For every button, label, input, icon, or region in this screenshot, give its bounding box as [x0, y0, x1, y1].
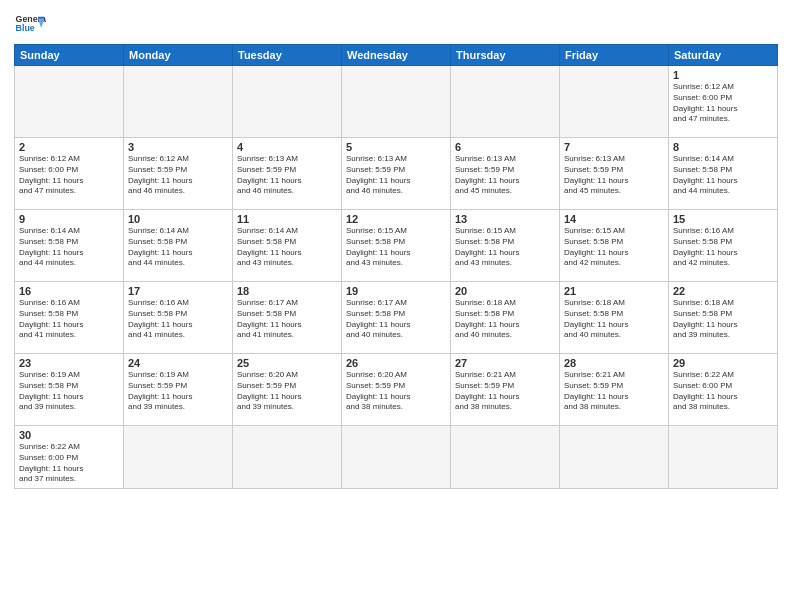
- calendar-day-cell: 10Sunrise: 6:14 AMSunset: 5:58 PMDayligh…: [124, 210, 233, 282]
- day-info: Sunrise: 6:16 AMSunset: 5:58 PMDaylight:…: [19, 298, 119, 341]
- day-info: Sunrise: 6:13 AMSunset: 5:59 PMDaylight:…: [564, 154, 664, 197]
- day-number: 28: [564, 357, 664, 369]
- calendar-day-cell: 20Sunrise: 6:18 AMSunset: 5:58 PMDayligh…: [451, 282, 560, 354]
- col-header-saturday: Saturday: [669, 45, 778, 66]
- day-number: 26: [346, 357, 446, 369]
- day-number: 25: [237, 357, 337, 369]
- calendar-day-cell: [669, 426, 778, 489]
- day-number: 11: [237, 213, 337, 225]
- day-number: 1: [673, 69, 773, 81]
- calendar-day-cell: 15Sunrise: 6:16 AMSunset: 5:58 PMDayligh…: [669, 210, 778, 282]
- day-info: Sunrise: 6:22 AMSunset: 6:00 PMDaylight:…: [19, 442, 119, 485]
- day-info: Sunrise: 6:20 AMSunset: 5:59 PMDaylight:…: [346, 370, 446, 413]
- calendar-day-cell: 12Sunrise: 6:15 AMSunset: 5:58 PMDayligh…: [342, 210, 451, 282]
- day-info: Sunrise: 6:15 AMSunset: 5:58 PMDaylight:…: [346, 226, 446, 269]
- calendar-day-cell: 27Sunrise: 6:21 AMSunset: 5:59 PMDayligh…: [451, 354, 560, 426]
- calendar-day-cell: [560, 426, 669, 489]
- day-info: Sunrise: 6:18 AMSunset: 5:58 PMDaylight:…: [564, 298, 664, 341]
- header: General Blue: [14, 10, 778, 38]
- calendar-day-cell: 19Sunrise: 6:17 AMSunset: 5:58 PMDayligh…: [342, 282, 451, 354]
- day-info: Sunrise: 6:13 AMSunset: 5:59 PMDaylight:…: [237, 154, 337, 197]
- calendar-day-cell: 13Sunrise: 6:15 AMSunset: 5:58 PMDayligh…: [451, 210, 560, 282]
- day-info: Sunrise: 6:13 AMSunset: 5:59 PMDaylight:…: [346, 154, 446, 197]
- day-info: Sunrise: 6:20 AMSunset: 5:59 PMDaylight:…: [237, 370, 337, 413]
- day-number: 23: [19, 357, 119, 369]
- calendar-day-cell: 2Sunrise: 6:12 AMSunset: 6:00 PMDaylight…: [15, 138, 124, 210]
- day-info: Sunrise: 6:21 AMSunset: 5:59 PMDaylight:…: [455, 370, 555, 413]
- day-info: Sunrise: 6:18 AMSunset: 5:58 PMDaylight:…: [673, 298, 773, 341]
- calendar-day-cell: [15, 66, 124, 138]
- day-number: 21: [564, 285, 664, 297]
- calendar-day-cell: 14Sunrise: 6:15 AMSunset: 5:58 PMDayligh…: [560, 210, 669, 282]
- day-info: Sunrise: 6:21 AMSunset: 5:59 PMDaylight:…: [564, 370, 664, 413]
- calendar-day-cell: 6Sunrise: 6:13 AMSunset: 5:59 PMDaylight…: [451, 138, 560, 210]
- calendar-day-cell: [124, 426, 233, 489]
- day-number: 16: [19, 285, 119, 297]
- calendar-day-cell: [451, 66, 560, 138]
- day-info: Sunrise: 6:19 AMSunset: 5:59 PMDaylight:…: [128, 370, 228, 413]
- col-header-wednesday: Wednesday: [342, 45, 451, 66]
- day-info: Sunrise: 6:12 AMSunset: 5:59 PMDaylight:…: [128, 154, 228, 197]
- day-info: Sunrise: 6:17 AMSunset: 5:58 PMDaylight:…: [346, 298, 446, 341]
- calendar-day-cell: 30Sunrise: 6:22 AMSunset: 6:00 PMDayligh…: [15, 426, 124, 489]
- day-number: 4: [237, 141, 337, 153]
- calendar-day-cell: 3Sunrise: 6:12 AMSunset: 5:59 PMDaylight…: [124, 138, 233, 210]
- day-number: 27: [455, 357, 555, 369]
- calendar-day-cell: 25Sunrise: 6:20 AMSunset: 5:59 PMDayligh…: [233, 354, 342, 426]
- calendar-week-row: 16Sunrise: 6:16 AMSunset: 5:58 PMDayligh…: [15, 282, 778, 354]
- day-info: Sunrise: 6:14 AMSunset: 5:58 PMDaylight:…: [19, 226, 119, 269]
- calendar-header-row: SundayMondayTuesdayWednesdayThursdayFrid…: [15, 45, 778, 66]
- col-header-friday: Friday: [560, 45, 669, 66]
- calendar-day-cell: [233, 66, 342, 138]
- day-number: 3: [128, 141, 228, 153]
- day-info: Sunrise: 6:14 AMSunset: 5:58 PMDaylight:…: [128, 226, 228, 269]
- day-info: Sunrise: 6:16 AMSunset: 5:58 PMDaylight:…: [673, 226, 773, 269]
- day-info: Sunrise: 6:15 AMSunset: 5:58 PMDaylight:…: [455, 226, 555, 269]
- day-number: 6: [455, 141, 555, 153]
- day-info: Sunrise: 6:12 AMSunset: 6:00 PMDaylight:…: [19, 154, 119, 197]
- calendar-table: SundayMondayTuesdayWednesdayThursdayFrid…: [14, 44, 778, 489]
- calendar-week-row: 23Sunrise: 6:19 AMSunset: 5:58 PMDayligh…: [15, 354, 778, 426]
- svg-text:Blue: Blue: [16, 23, 35, 33]
- logo: General Blue: [14, 10, 46, 38]
- calendar-day-cell: 11Sunrise: 6:14 AMSunset: 5:58 PMDayligh…: [233, 210, 342, 282]
- calendar-day-cell: 16Sunrise: 6:16 AMSunset: 5:58 PMDayligh…: [15, 282, 124, 354]
- day-number: 13: [455, 213, 555, 225]
- logo-icon: General Blue: [14, 10, 46, 38]
- day-number: 2: [19, 141, 119, 153]
- day-number: 20: [455, 285, 555, 297]
- calendar-day-cell: [342, 66, 451, 138]
- calendar-day-cell: 17Sunrise: 6:16 AMSunset: 5:58 PMDayligh…: [124, 282, 233, 354]
- calendar-week-row: 1Sunrise: 6:12 AMSunset: 6:00 PMDaylight…: [15, 66, 778, 138]
- day-number: 8: [673, 141, 773, 153]
- calendar-day-cell: 26Sunrise: 6:20 AMSunset: 5:59 PMDayligh…: [342, 354, 451, 426]
- calendar-week-row: 2Sunrise: 6:12 AMSunset: 6:00 PMDaylight…: [15, 138, 778, 210]
- col-header-thursday: Thursday: [451, 45, 560, 66]
- day-info: Sunrise: 6:17 AMSunset: 5:58 PMDaylight:…: [237, 298, 337, 341]
- day-info: Sunrise: 6:14 AMSunset: 5:58 PMDaylight:…: [237, 226, 337, 269]
- day-number: 12: [346, 213, 446, 225]
- calendar-day-cell: 7Sunrise: 6:13 AMSunset: 5:59 PMDaylight…: [560, 138, 669, 210]
- day-number: 15: [673, 213, 773, 225]
- col-header-tuesday: Tuesday: [233, 45, 342, 66]
- calendar-day-cell: 18Sunrise: 6:17 AMSunset: 5:58 PMDayligh…: [233, 282, 342, 354]
- day-number: 19: [346, 285, 446, 297]
- calendar-day-cell: 24Sunrise: 6:19 AMSunset: 5:59 PMDayligh…: [124, 354, 233, 426]
- calendar-day-cell: [560, 66, 669, 138]
- calendar-day-cell: 29Sunrise: 6:22 AMSunset: 6:00 PMDayligh…: [669, 354, 778, 426]
- day-info: Sunrise: 6:13 AMSunset: 5:59 PMDaylight:…: [455, 154, 555, 197]
- calendar-day-cell: 5Sunrise: 6:13 AMSunset: 5:59 PMDaylight…: [342, 138, 451, 210]
- day-info: Sunrise: 6:19 AMSunset: 5:58 PMDaylight:…: [19, 370, 119, 413]
- calendar-day-cell: 4Sunrise: 6:13 AMSunset: 5:59 PMDaylight…: [233, 138, 342, 210]
- day-number: 14: [564, 213, 664, 225]
- day-info: Sunrise: 6:15 AMSunset: 5:58 PMDaylight:…: [564, 226, 664, 269]
- day-number: 30: [19, 429, 119, 441]
- calendar-page: General Blue SundayMondayTuesdayWednesda…: [0, 0, 792, 612]
- day-number: 22: [673, 285, 773, 297]
- calendar-week-row: 9Sunrise: 6:14 AMSunset: 5:58 PMDaylight…: [15, 210, 778, 282]
- calendar-day-cell: 28Sunrise: 6:21 AMSunset: 5:59 PMDayligh…: [560, 354, 669, 426]
- day-info: Sunrise: 6:22 AMSunset: 6:00 PMDaylight:…: [673, 370, 773, 413]
- calendar-day-cell: 22Sunrise: 6:18 AMSunset: 5:58 PMDayligh…: [669, 282, 778, 354]
- calendar-week-row: 30Sunrise: 6:22 AMSunset: 6:00 PMDayligh…: [15, 426, 778, 489]
- calendar-day-cell: 9Sunrise: 6:14 AMSunset: 5:58 PMDaylight…: [15, 210, 124, 282]
